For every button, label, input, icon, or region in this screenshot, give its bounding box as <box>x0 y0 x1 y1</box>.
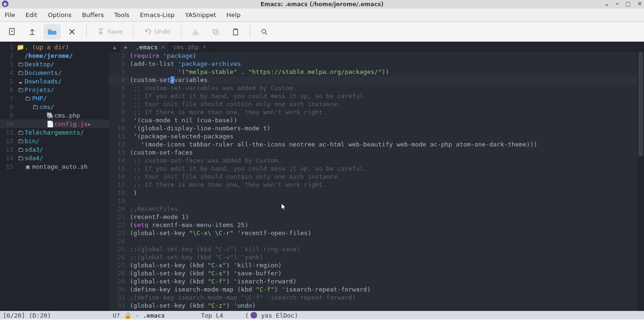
code-line[interactable]: 26;;(global-set-key (kbd "C-v") 'yank) <box>109 254 644 262</box>
minibuffer[interactable] <box>0 319 644 328</box>
svg-point-8 <box>193 32 195 35</box>
save-button[interactable]: Save <box>92 24 127 39</box>
code-line[interactable]: 31;(define-key isearch-mode-map "\C-f" '… <box>109 294 644 302</box>
window-title: Emacs: .emacs (/home/jerome/.emacs) <box>260 1 384 8</box>
code-line[interactable]: 28(global-set-key (kbd "C-s") 'save-buff… <box>109 270 644 278</box>
code-line[interactable]: 15 ;; If you edit it by hand, you could … <box>109 165 644 173</box>
menu-emacs-lisp[interactable]: Emacs-Lisp <box>140 11 174 18</box>
svg-line-10 <box>194 29 197 33</box>
tree-row[interactable]: 11🗀Téléchargements/ <box>0 128 109 137</box>
svg-rect-13 <box>215 31 218 35</box>
code-line[interactable]: 9 '(cua-mode t nil (cua-base)) <box>109 117 644 125</box>
dired-button[interactable] <box>44 24 61 39</box>
svg-point-16 <box>262 29 266 33</box>
undo-label: Undo <box>154 28 170 35</box>
code-line[interactable]: 32(global-set-key (kbd "C-z") 'undo) <box>109 302 644 310</box>
scrollbar-thumb[interactable] <box>638 52 643 156</box>
code-line[interactable]: 20;;RecentFiles <box>109 205 644 213</box>
tree-row[interactable]: 8 🗀cms/ <box>0 102 109 111</box>
tab-emacs[interactable]: .emacs✕ <box>132 42 169 52</box>
menu-buffers[interactable]: Buffers <box>82 11 104 18</box>
toolbar-separator <box>133 26 134 38</box>
modeline-neotree: [6/20] (D:20) <box>0 311 109 319</box>
tree-row[interactable]: 3🗀Desktop/ <box>0 60 109 68</box>
code-line[interactable]: 11 '(package-selected-packages <box>109 133 644 141</box>
window-min-icon[interactable]: ⌄ <box>605 0 609 7</box>
tree-row[interactable]: 7 🗀PHP/ <box>0 94 109 102</box>
menu-help[interactable]: Help <box>226 11 241 18</box>
code-line[interactable]: 8 ;; If there is more than one, they won… <box>109 109 644 117</box>
new-file-button[interactable] <box>4 24 21 39</box>
code-line[interactable]: 29(global-set-key (kbd "C-f") 'isearch-f… <box>109 278 644 286</box>
code-line[interactable]: 12 '(mode-icons tabbar-ruler all-the-ico… <box>109 141 644 149</box>
modeline-position: Top L4 <box>201 312 223 319</box>
tree-row[interactable]: 9 🐘cms.php <box>0 111 109 119</box>
tree-row[interactable]: 1📁. (up a dir) <box>0 43 109 51</box>
toolbar: Save Undo <box>0 22 644 42</box>
code-line[interactable]: 7 ;; Your init file should contain only … <box>109 100 644 109</box>
code-line[interactable]: 16 ;; Your init file should contain only… <box>109 173 644 181</box>
code-line[interactable]: 30(define-key isearch-mode-map (kbd "C-f… <box>109 286 644 294</box>
svg-line-11 <box>194 29 197 33</box>
modeline-minor-modes: yas ElDoc) <box>261 312 298 319</box>
code-line[interactable]: 24 <box>109 237 644 246</box>
code-line[interactable]: 14 ;; custom-set-faces was added by Cust… <box>109 157 644 165</box>
neotree-sidebar[interactable]: 1📁. (up a dir)2/home/jerome/3🗀Desktop/4🗀… <box>0 42 109 311</box>
code-line[interactable]: 4(custom-set-variables <box>109 76 644 84</box>
emacs-mode-icon <box>250 312 257 319</box>
code-line[interactable]: 22(setq recentf-max-menu-items 25) <box>109 221 644 229</box>
code-line[interactable]: 23(global-set-key "\C-x\ \C-r" 'recentf-… <box>109 229 644 237</box>
code-line[interactable]: 1(require 'package) <box>109 52 644 60</box>
code-line[interactable]: 18 ) <box>109 189 644 197</box>
tab-close-icon[interactable]: ✕ <box>203 44 206 50</box>
code-line[interactable]: 13(custom-set-faces <box>109 149 644 157</box>
tab-scroll-left-icon[interactable]: ▲ <box>109 42 120 52</box>
tree-row[interactable]: 12🗀bin/ <box>0 137 109 145</box>
tree-row[interactable]: 10 📄config.js▸ <box>0 119 109 128</box>
modeline-encoding: U? <box>113 312 120 319</box>
modeline-modified: - <box>135 312 139 319</box>
tree-row[interactable]: 5☁Downloads/ <box>0 77 109 85</box>
tree-row[interactable]: 6🗀Projets/ <box>0 85 109 94</box>
tabbar: ▲ ▶ .emacs✕cms.php✕ <box>109 42 644 52</box>
code-line[interactable]: 2(add-to-list 'package-archives <box>109 60 644 68</box>
open-file-button[interactable] <box>24 24 41 39</box>
tab-cmsphp[interactable]: cms.php✕ <box>169 42 210 52</box>
tree-row[interactable]: 15 ▣montage_auto.sh <box>0 162 109 171</box>
search-button[interactable] <box>256 24 273 39</box>
code-line[interactable]: 25;;(global-set-key (kbd "C-c") 'kill-ri… <box>109 246 644 254</box>
menu-yasnippet[interactable]: YASnippet <box>185 11 216 18</box>
tree-row[interactable]: 2/home/jerome/ <box>0 51 109 60</box>
menu-options[interactable]: Options <box>48 11 72 18</box>
window-close-icon[interactable]: ✕ <box>637 0 642 7</box>
copy-button[interactable] <box>207 24 224 39</box>
code-area[interactable]: 1(require 'package)2(add-to-list 'packag… <box>109 52 644 311</box>
window-maximize-icon[interactable]: ▢ <box>626 0 631 7</box>
tab-scroll-right-icon[interactable]: ▶ <box>120 42 132 52</box>
tree-row[interactable]: 13🗀sda3/ <box>0 145 109 154</box>
code-line[interactable]: 21(recentf-mode 1) <box>109 213 644 221</box>
toolbar-separator <box>250 26 250 38</box>
menu-file[interactable]: File <box>5 11 15 18</box>
undo-button[interactable]: Undo <box>139 24 175 39</box>
code-line[interactable]: 27(global-set-key (kbd "C-x") 'kill-regi… <box>109 262 644 270</box>
code-line[interactable]: 3 '("melpa-stable" . "https://stable.mel… <box>109 68 644 76</box>
svg-point-9 <box>196 32 198 35</box>
paste-button[interactable] <box>227 24 244 39</box>
svg-rect-15 <box>234 28 237 30</box>
tab-close-icon[interactable]: ✕ <box>161 44 165 50</box>
window-minimize-icon[interactable]: – <box>616 0 619 7</box>
code-line[interactable]: 17 ;; If there is more than one, they wo… <box>109 181 644 189</box>
editor-pane: ▲ ▶ .emacs✕cms.php✕ 1(require 'package)2… <box>109 42 644 311</box>
menu-tools[interactable]: Tools <box>114 11 129 18</box>
tree-row[interactable]: 14🗀sda4/ <box>0 154 109 162</box>
cut-button[interactable] <box>187 24 204 39</box>
kill-buffer-button[interactable] <box>63 24 80 39</box>
code-line[interactable]: 10 '(global-display-line-numbers-mode t) <box>109 125 644 133</box>
scrollbar[interactable] <box>637 52 644 311</box>
code-line[interactable]: 19 <box>109 197 644 205</box>
menu-edit[interactable]: Edit <box>26 11 37 18</box>
code-line[interactable]: 5 ;; custom-set-variables was added by C… <box>109 84 644 92</box>
code-line[interactable]: 6 ;; If you edit it by hand, you could m… <box>109 92 644 100</box>
tree-row[interactable]: 4🗀Documents/ <box>0 68 109 77</box>
